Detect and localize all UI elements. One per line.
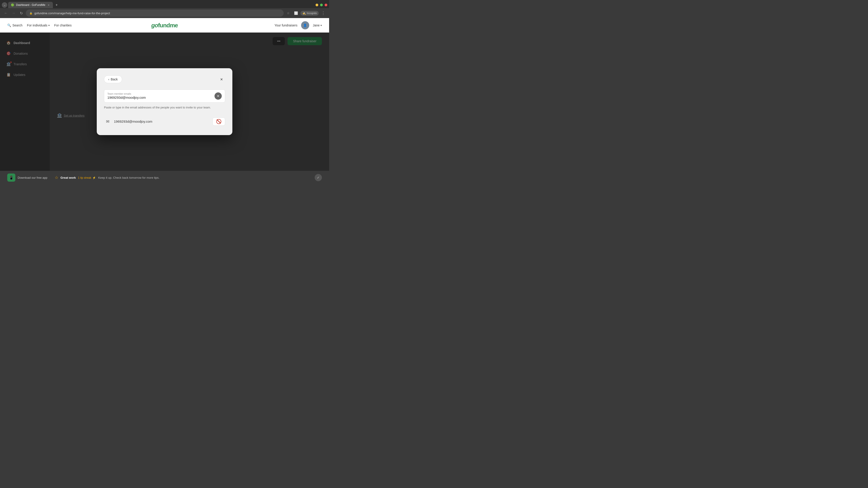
modal-dialog: ‹ Back × Team member emails 1969293d@moo… [97,68,232,135]
your-fundraisers-link[interactable]: Your fundraisers [274,24,297,27]
nav-right: Your fundraisers 👤 Jane ▾ [274,21,322,29]
nav-logo: gofundme [151,22,178,29]
tab-favicon: 🟢 [11,3,14,6]
tip-star-icon: ☆ [55,175,58,180]
email-field-label: Team member emails [107,92,215,95]
search-label: Search [12,24,22,27]
remove-email-button[interactable] [213,118,225,126]
new-tab-button[interactable]: + [54,2,59,8]
active-tab[interactable]: 🟢 Dashboard - GoFundMe ✕ [8,2,53,8]
chevron-left-icon: ‹ [108,77,110,81]
user-chevron-icon: ▾ [320,24,322,27]
tip-content: Great work 1 tip streak ⚡ [61,176,96,180]
modal-overlay: ‹ Back × Team member emails 1969293d@moo… [0,33,329,171]
tip-streak-icon: ⚡ [92,176,96,180]
email-field-value: 1969293d@moodjoy.com [107,96,146,99]
logo-text: gofundme [151,22,178,29]
back-label: Back [111,77,118,81]
email-envelope-icon: ✉ [104,118,111,125]
for-individuals-menu[interactable]: For individuals ▾ [27,24,50,27]
address-bar[interactable]: 🔒 gofundme.com/manage/help-me-fund-raise… [26,9,284,17]
browser-chrome: ⌄ 🟢 Dashboard - GoFundMe ✕ + ← → ↻ 🔒 gof… [0,0,329,18]
tip-description: Keep it up. Check back tomorrow for more… [98,176,159,180]
app-download-icon: 📱 [7,173,16,182]
tip-title: Great work [61,176,76,180]
tip-streak: 1 tip streak [78,176,91,180]
modal-close-button[interactable]: × [218,76,225,83]
close-icon: × [220,77,223,82]
bottom-bar: 📱 Download our free app ☆ Great work 1 t… [0,171,329,184]
window-controls [315,4,327,6]
for-individuals-label: For individuals [27,24,47,27]
forward-nav-button[interactable]: → [10,10,17,16]
tab-switcher[interactable]: ⌄ [2,2,7,8]
url-text: gofundme.com/manage/help-me-fund-raise-f… [34,11,280,15]
nav-left: 🔍 Search For individuals ▾ For charities [7,24,72,27]
browser-tabs-bar: ⌄ 🟢 Dashboard - GoFundMe ✕ + [0,0,329,8]
email-list-address: 1969293d@moodjoy.com [114,120,210,123]
user-name-dropdown[interactable]: Jane ▾ [313,24,322,27]
search-icon: 🔍 [7,24,11,27]
browser-toolbar: ← → ↻ 🔒 gofundme.com/manage/help-me-fund… [0,8,329,18]
close-window-button[interactable] [324,4,327,6]
incognito-icon: 🕵 [302,11,306,15]
user-avatar: 👤 [301,21,309,29]
minimize-button[interactable] [315,4,318,6]
menu-icon[interactable]: ⋮ [320,10,327,16]
for-charities-label: For charities [54,24,72,27]
tip-widget: ☆ Great work 1 tip streak ⚡ Keep it up. … [55,175,160,180]
help-widget-icon[interactable]: ✓ [315,174,322,181]
search-button[interactable]: 🔍 Search [7,24,22,27]
maximize-button[interactable] [320,4,323,6]
email-list-item: ✉ 1969293d@moodjoy.com [104,115,225,128]
page-content: 🔍 Search For individuals ▾ For charities… [0,18,329,184]
reload-button[interactable]: ↻ [18,10,24,16]
for-charities-menu[interactable]: For charities [54,24,72,27]
back-button[interactable]: ‹ Back [104,75,122,83]
tab-close-icon[interactable]: ✕ [47,3,50,6]
app-download-widget[interactable]: 📱 Download our free app [7,173,48,182]
lock-icon: 🔒 [29,12,33,15]
email-input-container[interactable]: Team member emails 1969293d@moodjoy.com … [104,90,225,103]
app-download-label: Download our free app [18,176,48,180]
back-nav-button[interactable]: ← [3,10,9,16]
ban-icon [216,119,221,124]
bookmark-icon[interactable]: ☆ [285,10,291,16]
email-hint-text: Paste or type in the email addresses of … [104,105,225,110]
incognito-badge: 🕵 Incognito [301,11,319,15]
email-input-inner: Team member emails 1969293d@moodjoy.com [107,92,215,100]
for-individuals-chevron: ▾ [49,24,50,27]
extensions-icon[interactable]: ⬜ [293,10,299,16]
incognito-label: Incognito [307,12,317,14]
user-name: Jane [313,24,320,27]
top-navigation: 🔍 Search For individuals ▾ For charities… [0,18,329,33]
email-clear-button[interactable]: ✕ [215,92,222,100]
tab-title: Dashboard - GoFundMe [16,3,45,6]
modal-header: ‹ Back × [104,75,225,83]
